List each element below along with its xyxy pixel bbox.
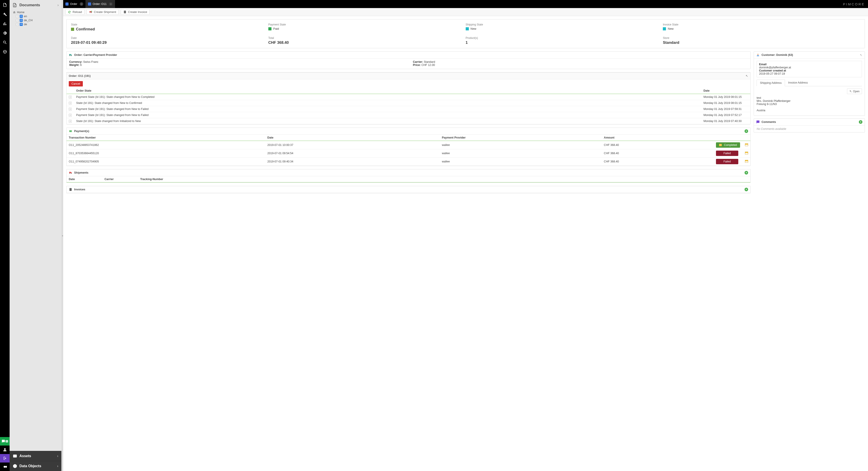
order-history-panel: Order: O11 (191) ↖ Cancel Order State Da… <box>66 72 750 124</box>
chevron-right-icon[interactable]: › <box>57 454 58 458</box>
amount-cell: CHF 368.40 <box>602 149 714 157</box>
page-icon <box>20 15 23 18</box>
gear-icon[interactable] <box>3 31 7 35</box>
documents-panel-header[interactable]: Documents › <box>9 0 61 10</box>
tree-home[interactable]: Home <box>11 10 60 14</box>
add-invoice-button[interactable]: + <box>745 188 748 191</box>
reload-button[interactable]: Reload <box>65 9 84 15</box>
shipments-table: Date Carrier Tracking-Number <box>66 176 750 182</box>
page-icon <box>20 23 23 26</box>
svg-point-3 <box>91 12 92 13</box>
table-row[interactable]: O11_0749582027049052019-07-01 09:40:34wa… <box>66 157 750 166</box>
close-icon[interactable]: × <box>109 2 113 6</box>
table-row[interactable]: +State (Id 191): State changed from Init… <box>66 118 750 124</box>
add-comment-button[interactable]: + <box>859 120 862 124</box>
summary-date: Date 2019-07-01 09:40:29 <box>71 36 268 45</box>
flag-icon[interactable] <box>745 152 748 154</box>
open-address-button[interactable]: ↖ Open <box>847 88 862 94</box>
expand-icon[interactable]: + <box>69 114 72 117</box>
state-indicator-icon <box>663 27 666 30</box>
tree-item-de-ch[interactable]: +de_CH <box>11 18 60 22</box>
cursor-icon: ↖ <box>746 74 748 78</box>
provider-cell: wallee <box>440 149 602 157</box>
splitter[interactable] <box>61 0 63 471</box>
order-state-cell: Payment State (Id 191): State changed fr… <box>74 106 701 112</box>
dataobjects-panel-toggle[interactable]: Data Objects › <box>9 461 61 471</box>
order-history-table: Order State Date +Payment State (Id 191)… <box>66 88 750 124</box>
summary-store: Store Standard <box>663 36 860 45</box>
expand-icon[interactable]: + <box>69 96 72 98</box>
summary-payment-state: Payment State Paid <box>268 23 466 31</box>
table-row[interactable]: +Payment State (Id 191): State changed f… <box>66 112 750 118</box>
summary-invoice-state: Invoice State New <box>663 23 860 31</box>
provider-cell: wallee <box>440 141 602 149</box>
summary-shipping-state: Shipping State New <box>466 23 663 31</box>
file-icon[interactable] <box>3 3 7 7</box>
chart-icon[interactable] <box>3 22 7 26</box>
tab-invoice-address[interactable]: Invoice Address <box>785 80 811 86</box>
chevron-right-icon[interactable]: › <box>57 464 58 468</box>
logout-button[interactable] <box>0 454 9 463</box>
infinity-button[interactable] <box>0 463 9 471</box>
summary-panel: State Confirmed Payment State Paid Shipp… <box>66 19 865 48</box>
table-row[interactable]: O11_2052488537418622019-07-01 10:00:37wa… <box>66 141 750 149</box>
close-icon[interactable]: × <box>80 2 83 6</box>
payments-table: Transaction Number Date Payment Provider… <box>66 135 750 166</box>
flag-icon[interactable] <box>745 143 748 146</box>
add-shipment-button[interactable]: + <box>745 171 748 175</box>
chevron-right-icon[interactable]: › <box>57 3 59 7</box>
carrier-panel: Order: Carrier/Payment Provider Currency… <box>66 51 750 69</box>
create-invoice-button[interactable]: Create Invoice <box>121 9 150 15</box>
order-state-cell: Payment State (Id 191): State changed fr… <box>74 112 701 118</box>
assets-panel-toggle[interactable]: Assets › <box>9 451 61 461</box>
wrench-icon[interactable] <box>3 12 7 17</box>
order-date-cell: Monday 01 July 2019 07:59:31 <box>701 106 750 112</box>
tab-shipping-address[interactable]: Shipping Address <box>756 80 785 86</box>
state-indicator-icon <box>71 28 74 31</box>
object-icon <box>88 2 91 6</box>
cancel-button[interactable]: Cancel <box>69 81 83 86</box>
provider-cell: wallee <box>440 157 602 166</box>
notifications-button[interactable]: 3 <box>0 437 9 445</box>
expand-icon[interactable]: + <box>69 108 72 111</box>
order-date-cell: Monday 01 July 2019 08:01:15 <box>701 100 750 106</box>
page-icon <box>20 19 23 22</box>
svg-point-13 <box>757 54 758 55</box>
search-icon[interactable] <box>3 40 7 45</box>
create-shipment-button[interactable]: Create Shipment <box>87 9 119 15</box>
documents-panel: Documents › Home +en +de_CH +de Assets ›… <box>9 0 61 471</box>
state-indicator-icon <box>466 27 469 30</box>
tab-order[interactable]: Order × <box>63 0 86 8</box>
table-row[interactable]: +Payment State (Id 191): State changed f… <box>66 106 750 112</box>
documents-title: Documents <box>20 3 40 7</box>
tree-item-en[interactable]: +en <box>11 14 60 18</box>
state-indicator-icon <box>268 27 272 30</box>
payments-title: Payment(s) <box>74 129 89 133</box>
txn-cell: O11_074958202704905 <box>66 157 265 166</box>
summary-total: Total CHF 368.40 <box>268 36 466 45</box>
add-payment-button[interactable]: + <box>745 129 748 133</box>
carrier-panel-title: Order: Carrier/Payment Provider <box>74 53 117 57</box>
expand-icon[interactable]: + <box>16 23 19 26</box>
expand-icon[interactable]: + <box>69 102 72 105</box>
address-line: Austria <box>756 109 862 112</box>
status-badge: Failed <box>716 151 738 156</box>
shipments-title: Shipments <box>74 171 88 174</box>
customer-panel: Customer: Dominik (63) ↖ Email dominik@p… <box>754 51 865 116</box>
table-row[interactable]: +Payment State (Id 191): State changed f… <box>66 94 750 100</box>
address-line: Mrs. Dominik Pfaffenberger <box>756 99 862 102</box>
cube-icon[interactable] <box>3 50 7 54</box>
flag-icon[interactable] <box>745 160 748 163</box>
comments-panel: Comments + No Comments available <box>754 118 865 133</box>
expand-icon[interactable]: + <box>69 120 72 123</box>
tree-item-de[interactable]: +de <box>11 22 60 26</box>
expand-icon[interactable]: + <box>16 15 19 18</box>
customer-title: Customer: Dominik (63) <box>762 53 793 57</box>
svg-point-1 <box>14 455 14 456</box>
tab-order-o11[interactable]: Order: O11 × <box>86 0 115 8</box>
expand-icon[interactable]: + <box>16 19 19 22</box>
table-row[interactable]: +State (Id 191): State changed from New … <box>66 100 750 106</box>
invoices-panel: Invoices + <box>66 186 750 193</box>
table-row[interactable]: O11_8703536644551202019-07-01 09:54:54wa… <box>66 149 750 157</box>
user-button[interactable] <box>0 445 9 454</box>
